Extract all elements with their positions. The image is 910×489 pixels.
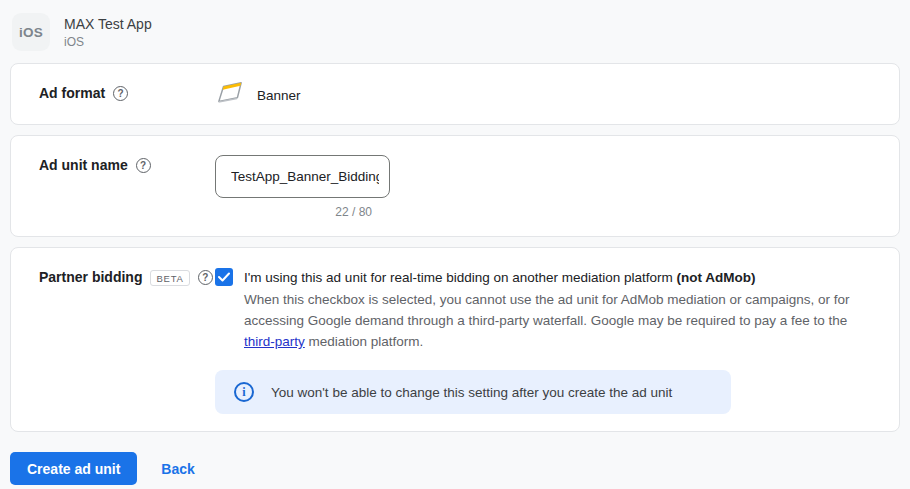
footer-actions: Create ad unit Back <box>10 452 900 485</box>
ad-format-value: Banner <box>257 88 301 103</box>
checkbox-description: When this checkbox is selected, you cann… <box>244 289 857 352</box>
partner-bidding-content: I'm using this ad unit for real-time bid… <box>215 267 881 414</box>
partner-bidding-checkbox[interactable] <box>215 268 233 286</box>
banner-format-icon <box>215 80 245 110</box>
back-button[interactable]: Back <box>161 461 194 477</box>
third-party-link[interactable]: third-party <box>244 334 305 349</box>
beta-badge: BETA <box>150 270 189 286</box>
checkbox-statement: I'm using this ad unit for real-time bid… <box>244 267 857 288</box>
app-platform: iOS <box>64 35 152 49</box>
checkbox-statement-text: I'm using this ad unit for real-time bid… <box>244 270 677 285</box>
create-ad-unit-button[interactable]: Create ad unit <box>10 452 137 485</box>
app-titles: MAX Test App iOS <box>64 16 152 49</box>
app-icon-label: iOS <box>19 25 43 40</box>
help-icon[interactable]: ? <box>198 270 213 285</box>
description-part1: When this checkbox is selected, you cann… <box>244 292 850 328</box>
partner-bidding-card: Partner bidding BETA ? I'm using this ad… <box>10 247 900 432</box>
partner-bidding-text-col: I'm using this ad unit for real-time bid… <box>244 267 857 352</box>
ad-format-label: Ad format <box>39 85 105 101</box>
partner-bidding-checkbox-row: I'm using this ad unit for real-time bid… <box>215 267 881 352</box>
ad-unit-name-content: 22 / 80 <box>215 155 881 219</box>
ad-format-content: Banner <box>215 83 881 107</box>
ad-unit-name-input[interactable] <box>215 155 390 198</box>
ad-unit-name-label-col: Ad unit name ? <box>29 155 215 219</box>
ad-unit-name-field-wrap: 22 / 80 <box>215 155 390 219</box>
partner-bidding-label: Partner bidding <box>39 269 142 285</box>
checkbox-statement-bold: (not AdMob) <box>677 270 756 285</box>
app-title: MAX Test App <box>64 16 152 32</box>
description-part2: mediation platform. <box>305 334 424 349</box>
char-counter: 22 / 80 <box>215 205 390 219</box>
ad-format-row: Banner <box>215 83 881 107</box>
help-icon[interactable]: ? <box>113 86 128 101</box>
ad-format-label-col: Ad format ? <box>29 83 215 107</box>
ad-unit-name-label: Ad unit name <box>39 157 128 173</box>
ios-app-icon: iOS <box>12 13 50 51</box>
app-header: iOS MAX Test App iOS <box>0 0 910 63</box>
ad-unit-name-card: Ad unit name ? 22 / 80 <box>10 135 900 237</box>
partner-bidding-label-col: Partner bidding BETA ? <box>29 267 215 414</box>
info-circle-icon: i <box>234 382 254 402</box>
info-banner: i You won't be able to change this setti… <box>215 370 731 414</box>
info-message: You won't be able to change this setting… <box>271 385 672 400</box>
ad-format-card: Ad format ? Banner <box>10 63 900 125</box>
help-icon[interactable]: ? <box>136 158 151 173</box>
